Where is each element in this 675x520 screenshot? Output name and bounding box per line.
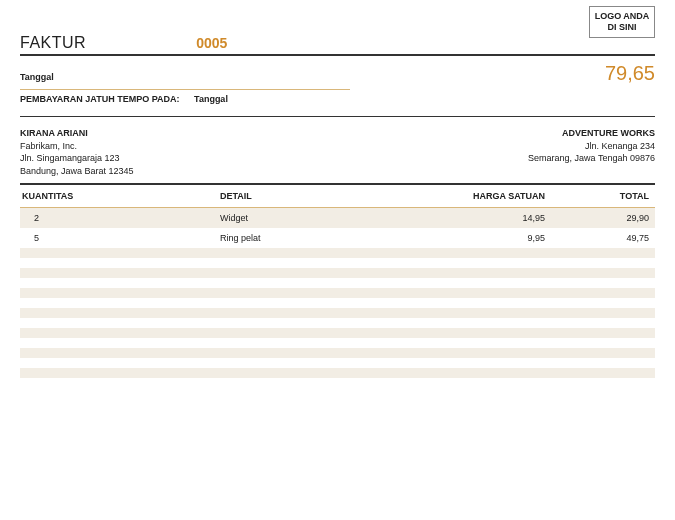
table-row [20,278,655,288]
payment-due-row: PEMBAYARAN JATUH TEMPO PADA: Tanggal [20,94,655,116]
to-city: Semarang, Jawa Tengah 09876 [528,152,655,165]
cell-total: 29,90 [545,213,655,223]
grand-total: 79,65 [605,62,655,85]
table-row [20,268,655,278]
table-body: 2Widget14,9529,905Ring pelat9,9549,75 [20,208,655,388]
cell-unit: 14,95 [430,213,545,223]
to-street: Jln. Kenanga 234 [528,140,655,153]
cell-qty: 2 [20,213,220,223]
due-label: PEMBAYARAN JATUH TEMPO PADA: [20,94,180,104]
cell-detail: Widget [220,213,430,223]
table-row [20,248,655,258]
col-qty-header: KUANTITAS [20,191,220,201]
parties-block: KIRANA ARIANI Fabrikam, Inc. Jln. Singam… [20,116,655,183]
table-row: 5Ring pelat9,9549,75 [20,228,655,248]
table-row [20,348,655,358]
cell-total: 49,75 [545,233,655,243]
due-value: Tanggal [194,94,228,104]
invoice-number: 0005 [196,35,227,51]
table-row [20,258,655,268]
from-company: Fabrikam, Inc. [20,140,134,153]
bill-from: KIRANA ARIANI Fabrikam, Inc. Jln. Singam… [20,127,134,177]
col-unit-header: HARGA SATUAN [430,191,545,201]
table-row [20,328,655,338]
table-row [20,288,655,298]
cell-qty: 5 [20,233,220,243]
accent-divider [20,89,350,90]
table-row [20,368,655,378]
table-row [20,378,655,388]
from-street: Jln. Singamangaraja 123 [20,152,134,165]
logo-placeholder: LOGO ANDA DI SINI [589,6,655,38]
cell-unit: 9,95 [430,233,545,243]
date-total-row: Tanggal 79,65 [20,56,655,89]
table-row [20,298,655,308]
invoice-label: FAKTUR [20,34,86,52]
table-row [20,318,655,328]
table-row [20,338,655,348]
from-city: Bandung, Jawa Barat 12345 [20,165,134,178]
date-label: Tanggal [20,72,54,82]
invoice-header: FAKTUR 0005 [20,10,655,56]
table-row: 2Widget14,9529,90 [20,208,655,228]
col-detail-header: DETAIL [220,191,430,201]
table-row [20,308,655,318]
table-header: KUANTITAS DETAIL HARGA SATUAN TOTAL [20,183,655,208]
from-name: KIRANA ARIANI [20,127,134,140]
bill-to: ADVENTURE WORKS Jln. Kenanga 234 Semaran… [528,127,655,177]
cell-detail: Ring pelat [220,233,430,243]
col-total-header: TOTAL [545,191,655,201]
to-name: ADVENTURE WORKS [528,127,655,140]
table-row [20,358,655,368]
